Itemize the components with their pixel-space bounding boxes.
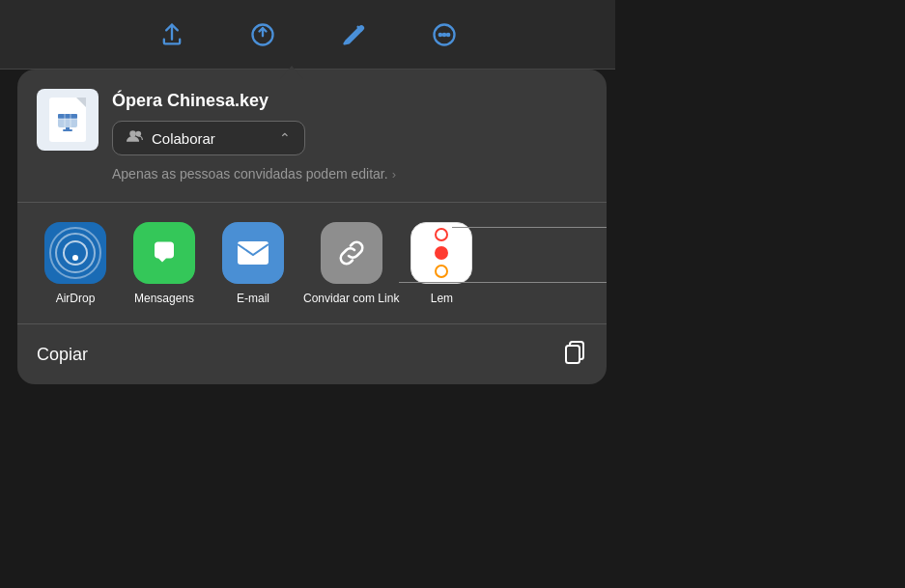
airdrop-label: AirDrop	[56, 292, 96, 307]
markup-icon[interactable]	[337, 18, 370, 51]
app-item-link[interactable]: Convidar com Link	[303, 222, 399, 307]
more-options-icon[interactable]	[428, 18, 461, 51]
reminders-label: Lem	[431, 292, 453, 307]
file-section: Ópera Chinesa.key Colaborar ⌃ Apenas as …	[17, 70, 607, 203]
svg-point-13	[129, 130, 136, 137]
collaborate-dropdown[interactable]: Colaborar ⌃	[112, 121, 305, 155]
email-label: E-mail	[237, 292, 269, 307]
reply-icon[interactable]	[246, 18, 279, 51]
file-icon	[37, 89, 99, 151]
messages-icon	[133, 222, 195, 284]
svg-rect-7	[58, 114, 77, 119]
app-item-airdrop[interactable]: AirDrop	[37, 222, 114, 307]
reminders-icon	[410, 222, 472, 284]
right-background	[606, 0, 905, 588]
svg-point-4	[442, 33, 444, 35]
connector-line-1	[452, 227, 607, 228]
link-label: Convidar com Link	[303, 292, 399, 307]
share-icon[interactable]	[156, 18, 188, 51]
permissions-chevron: ›	[392, 166, 396, 183]
file-name: Ópera Chinesa.key	[112, 91, 587, 111]
svg-rect-15	[238, 241, 269, 265]
copy-icon	[562, 338, 587, 371]
collaborate-icon	[127, 129, 144, 147]
share-panel: Ópera Chinesa.key Colaborar ⌃ Apenas as …	[17, 70, 607, 384]
app-item-reminders[interactable]: Lem	[410, 222, 472, 307]
svg-point-3	[438, 33, 440, 35]
app-item-messages[interactable]: Mensagens	[126, 222, 203, 307]
messages-label: Mensagens	[134, 292, 194, 307]
svg-point-5	[446, 33, 448, 35]
copy-button[interactable]: Copiar	[17, 324, 607, 384]
toolbar	[0, 0, 615, 70]
app-item-email[interactable]: E-mail	[214, 222, 292, 307]
link-icon	[321, 222, 382, 284]
email-icon	[222, 222, 284, 284]
svg-rect-17	[566, 346, 580, 363]
copy-label: Copiar	[37, 345, 88, 365]
connector-line-2	[399, 282, 607, 283]
apps-section: AirDrop Mensagens E-mail	[17, 203, 607, 325]
svg-rect-12	[63, 129, 72, 131]
dropdown-chevron: ⌃	[279, 130, 291, 146]
file-info: Ópera Chinesa.key Colaborar ⌃ Apenas as …	[112, 89, 587, 184]
popover-arrow	[280, 66, 303, 79]
collaborate-label: Colaborar	[152, 130, 271, 147]
permissions-text: Apenas as pessoas convidadas podem edita…	[112, 165, 587, 184]
airdrop-icon	[44, 222, 106, 284]
